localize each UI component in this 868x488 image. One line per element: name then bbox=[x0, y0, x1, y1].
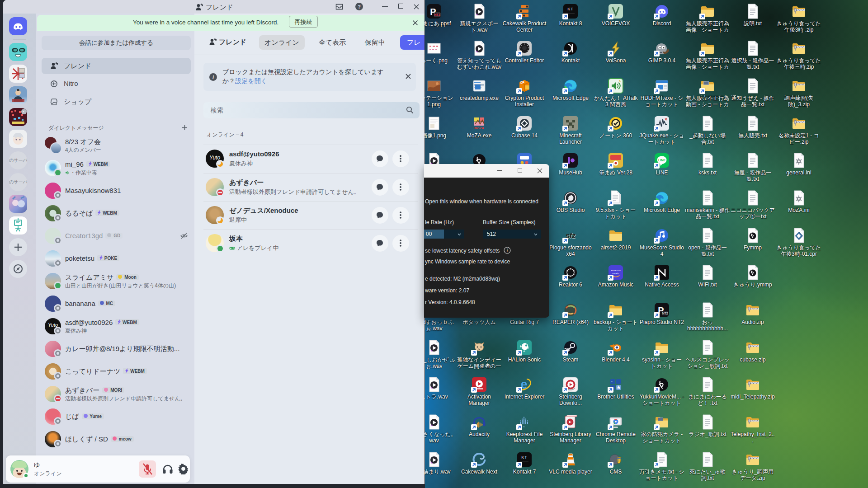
svg-text:music: music bbox=[612, 272, 619, 275]
svg-text:LINE: LINE bbox=[658, 159, 665, 162]
svg-text:NT2: NT2 bbox=[662, 312, 668, 315]
svg-text:i: i bbox=[507, 248, 508, 253]
svg-text:amazon: amazon bbox=[611, 269, 620, 272]
svg-text:KT: KT bbox=[567, 7, 574, 11]
svg-text:CP: CP bbox=[520, 81, 524, 84]
svg-text:MoZA: MoZA bbox=[474, 126, 484, 130]
svg-text:KT: KT bbox=[521, 455, 528, 460]
svg-text:⌁: ⌁ bbox=[523, 425, 525, 429]
svg-text:≡: ≡ bbox=[611, 380, 613, 383]
svg-text:?: ? bbox=[358, 4, 361, 9]
svg-text:NT2: NT2 bbox=[434, 13, 440, 16]
